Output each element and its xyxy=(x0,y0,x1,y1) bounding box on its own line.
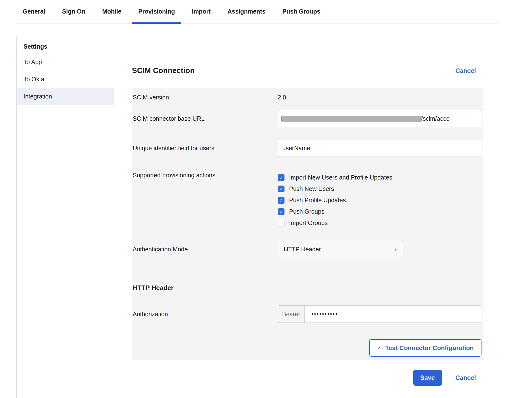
provisioning-action-label: Import New Users and Profile Updates xyxy=(289,174,392,181)
authorization-token-input[interactable]: •••••••••• xyxy=(305,306,482,323)
unique-identifier-row: Unique identifier field for users userNa… xyxy=(133,140,483,157)
provisioning-action-row: ✓Push Profile Updates xyxy=(278,195,483,206)
auth-mode-row: Authentication Mode HTTP Header ▾ xyxy=(133,241,483,258)
provisioning-action-row: ✓Push Groups xyxy=(278,206,483,217)
http-header-section-title: HTTP Header xyxy=(133,284,483,292)
checked-checkbox[interactable]: ✓ xyxy=(278,197,284,204)
unique-identifier-label: Unique identifier field for users xyxy=(133,145,278,152)
auth-mode-label: Authentication Mode xyxy=(133,246,278,253)
tab-push-groups[interactable]: Push Groups xyxy=(276,0,327,23)
provisioning-actions-label: Supported provisioning actions xyxy=(133,172,278,229)
authorization-input-group: Bearer •••••••••• xyxy=(278,305,482,323)
check-icon: ✓ xyxy=(279,209,283,214)
base-url-input[interactable]: https://h5bd-195-19-67-149.ngrok.io/gate… xyxy=(278,110,482,127)
sidebar-title: Settings xyxy=(17,38,114,53)
provisioning-action-label: Push Profile Updates xyxy=(289,197,346,204)
check-icon: ✓ xyxy=(279,175,283,180)
app-tabbar: General Sign On Mobile Provisioning Impo… xyxy=(16,0,500,23)
provisioning-actions-row: Supported provisioning actions ✓Import N… xyxy=(133,172,483,229)
scim-version-value: 2.0 xyxy=(278,94,483,101)
provisioning-action-label: Import Groups xyxy=(289,219,328,226)
scim-version-row: SCIM version 2.0 xyxy=(133,94,483,101)
provisioning-action-row: Import Groups xyxy=(278,217,483,229)
check-icon: ✓ xyxy=(279,198,283,203)
sidebar-item-to-okta[interactable]: To Okta xyxy=(17,71,114,88)
checked-checkbox[interactable]: ✓ xyxy=(278,186,284,192)
section-divider xyxy=(133,273,483,273)
unique-identifier-value: userName xyxy=(282,145,310,152)
sidebar-item-integration[interactable]: Integration xyxy=(17,88,114,105)
tab-sign-on[interactable]: Sign On xyxy=(56,0,92,23)
provisioning-action-label: Push New Users xyxy=(289,185,334,192)
provisioning-action-row: ✓Import New Users and Profile Updates xyxy=(278,172,483,183)
scim-version-label: SCIM version xyxy=(133,94,278,101)
save-button[interactable]: Save xyxy=(413,370,442,386)
cancel-link-top[interactable]: Cancel xyxy=(455,67,476,75)
tab-import[interactable]: Import xyxy=(186,0,217,23)
tab-mobile[interactable]: Mobile xyxy=(96,0,128,23)
tab-assignments[interactable]: Assignments xyxy=(221,0,272,23)
authorization-row: Authorization Bearer •••••••••• xyxy=(133,305,483,323)
auth-mode-value: HTTP Header xyxy=(284,246,321,253)
settings-sidebar: Settings To App To Okta Integration xyxy=(17,35,114,398)
base-url-label: SCIM connector base URL xyxy=(133,115,278,122)
check-icon: ✓ xyxy=(279,187,283,191)
bearer-prefix: Bearer xyxy=(278,306,305,323)
provisioning-card: Settings To App To Okta Integration SCIM… xyxy=(16,35,499,398)
redaction-bar xyxy=(281,116,422,122)
scim-connection-panel: SCIM Connection Cancel SCIM version 2.0 … xyxy=(114,35,499,398)
cancel-link-bottom[interactable]: Cancel xyxy=(455,374,476,382)
tab-general[interactable]: General xyxy=(16,0,51,23)
scim-form: SCIM version 2.0 SCIM connector base URL… xyxy=(132,88,483,360)
provisioning-action-label: Push Groups xyxy=(289,208,324,215)
auth-mode-select[interactable]: HTTP Header ▾ xyxy=(278,241,403,258)
tab-provisioning[interactable]: Provisioning xyxy=(132,0,181,23)
authorization-label: Authorization xyxy=(133,311,278,318)
page-title: SCIM Connection xyxy=(132,66,195,75)
chevron-down-icon: ▾ xyxy=(394,247,397,252)
check-icon: ✓ xyxy=(377,345,381,351)
base-url-row: SCIM connector base URL https://h5bd-195… xyxy=(133,110,483,127)
unique-identifier-input[interactable]: userName xyxy=(278,140,482,157)
test-connector-label: Test Connector Configuration xyxy=(385,344,474,352)
test-connector-configuration-button[interactable]: ✓ Test Connector Configuration xyxy=(369,339,481,357)
checked-checkbox[interactable]: ✓ xyxy=(278,174,284,181)
sidebar-item-to-app[interactable]: To App xyxy=(17,53,114,71)
checked-checkbox[interactable]: ✓ xyxy=(278,208,284,215)
provisioning-action-row: ✓Push New Users xyxy=(278,183,483,195)
provisioning-actions-list: ✓Import New Users and Profile Updates✓Pu… xyxy=(278,172,483,229)
unchecked-checkbox[interactable] xyxy=(278,220,284,226)
